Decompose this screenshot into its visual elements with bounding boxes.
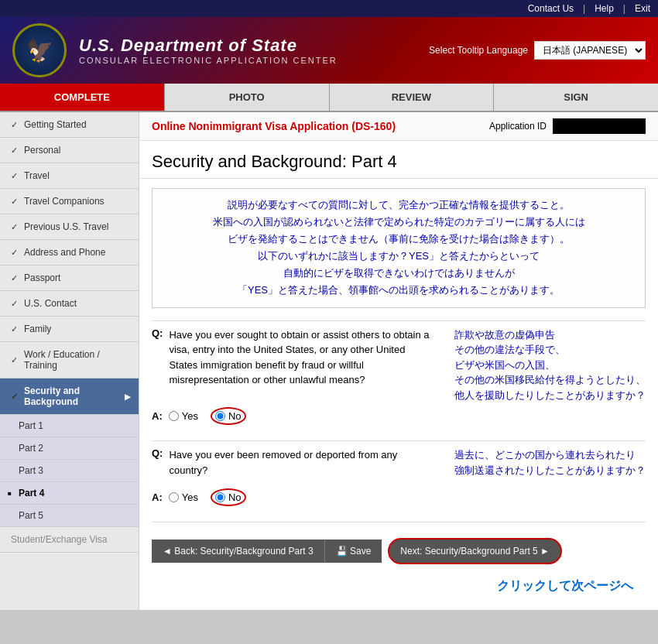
- notice-tooltip: 説明が必要なすべての質問に対して、完全かつ正確な情報を提供すること。 米国への入…: [163, 197, 634, 300]
- q1-row: Q: Have you ever sought to obtain or ass…: [152, 327, 646, 403]
- agency-logo: 🦅: [12, 23, 67, 77]
- separator2: |: [623, 3, 625, 14]
- dept-subtitle: CONSULAR ELECTRONIC APPLICATION CENTER: [79, 56, 416, 65]
- q1-answer-row: A: Yes No: [152, 407, 646, 425]
- notice-line5: 自動的にビザを取得できないわけではありませんが: [283, 267, 515, 279]
- sidebar-item-passport[interactable]: Passport: [0, 265, 139, 291]
- question-2-block: Q: Have you ever been removed or deporte…: [152, 447, 646, 506]
- notice-line2: 米国への入国が認められないと法律で定められた特定のカテゴリーに属する人には: [213, 216, 585, 228]
- sidebar-sub-menu: Part 1 Part 2 Part 3 Part 4 Part 5: [0, 415, 139, 527]
- sidebar-sub-part4[interactable]: Part 4: [0, 482, 139, 505]
- sidebar-sub-part1[interactable]: Part 1: [0, 415, 139, 437]
- q1-tooltip: 詐欺や故意の虚偽申告 その他の違法な手段で、 ビザや米国への入国、 その他の米国…: [454, 327, 646, 403]
- question-1-block: Q: Have you ever sought to obtain or ass…: [152, 327, 646, 426]
- tab-review[interactable]: REVIEW: [330, 84, 495, 111]
- sidebar-item-travel[interactable]: Travel: [0, 163, 139, 189]
- next-button[interactable]: Next: Security/Background Part 5 ►: [388, 538, 562, 564]
- q2-no-option[interactable]: No: [211, 488, 246, 506]
- sidebar-item-getting-started[interactable]: Getting Started: [0, 112, 139, 138]
- content-area: Online Nonimmigrant Visa Application (DS…: [139, 112, 658, 610]
- sidebar-item-personal[interactable]: Personal: [0, 138, 139, 163]
- tooltip-language-selector[interactable]: Select Tooltip Language 日本語 (JAPANESE) E…: [429, 41, 646, 60]
- q2-answer-row: A: Yes No: [152, 488, 646, 506]
- q2-no-label: No: [228, 492, 242, 503]
- page-title: Security and Background: Part 4: [139, 141, 658, 179]
- help-link[interactable]: Help: [595, 3, 614, 14]
- tab-complete[interactable]: COMPLETE: [0, 84, 165, 111]
- exit-link[interactable]: Exit: [635, 3, 650, 14]
- divider2: [152, 440, 646, 441]
- app-header: 🦅 U.S. Department of State CONSULAR ELEC…: [0, 17, 658, 84]
- back-button[interactable]: ◄ Back: Security/Background Part 3: [152, 540, 324, 563]
- q2-yes-option[interactable]: Yes: [169, 492, 198, 503]
- sidebar-item-security-background[interactable]: Security and Background: [0, 379, 139, 415]
- bottom-buttons: ◄ Back: Security/Background Part 3 💾 Sav…: [152, 538, 646, 564]
- q1-no-radio[interactable]: [215, 411, 225, 421]
- q1-no-label: No: [228, 410, 242, 422]
- sidebar-item-family[interactable]: Family: [0, 317, 139, 342]
- sidebar-item-travel-companions[interactable]: Travel Companions: [0, 189, 139, 214]
- divider3: [152, 522, 646, 522]
- sidebar-sub-part3[interactable]: Part 3: [0, 460, 139, 482]
- top-bar: Contact Us | Help | Exit: [0, 0, 658, 17]
- tab-sign[interactable]: SIGN: [494, 84, 658, 111]
- divider1: [152, 320, 646, 321]
- notice-line1: 説明が必要なすべての質問に対して、完全かつ正確な情報を提供すること。: [228, 199, 570, 211]
- q2-answer-label: A:: [152, 492, 163, 503]
- notice-line3: ビザを発給することはできません（事前に免除を受けた場合は除きます）。: [228, 233, 570, 245]
- sidebar-item-address-phone[interactable]: Address and Phone: [0, 240, 139, 265]
- application-title: Online Nonimmigrant Visa Application (DS…: [152, 120, 396, 132]
- q2-row: Q: Have you ever been removed or deporte…: [152, 447, 646, 484]
- tab-photo[interactable]: PHOTO: [165, 84, 330, 111]
- app-id-label: Application ID: [489, 121, 547, 132]
- q2-text-area: Q: Have you ever been removed or deporte…: [152, 447, 434, 484]
- sidebar-item-student-exchange: Student/Exchange Visa: [0, 527, 139, 553]
- content-body: 説明が必要なすべての質問に対して、完全かつ正確な情報を提供すること。 米国への入…: [139, 179, 658, 610]
- q2-radio-group[interactable]: Yes No: [169, 488, 246, 506]
- q2-question-row: Q: Have you ever been removed or deporte…: [152, 447, 434, 478]
- q1-question-row: Q: Have you ever sought to obtain or ass…: [152, 327, 434, 388]
- dept-name: U.S. Department of State: [79, 36, 416, 56]
- language-dropdown[interactable]: 日本語 (JAPANESE) English 中文 (CHINESE): [534, 41, 646, 60]
- save-button[interactable]: 💾 Save: [324, 540, 382, 563]
- notice-line6: 「YES」と答えた場合、領事館への出頭を求められることがあります。: [238, 284, 560, 296]
- contact-link[interactable]: Contact Us: [528, 3, 574, 14]
- notice-line4: 以下のいずれかに該当しますか？YES」と答えたからといって: [258, 250, 540, 262]
- q2-yes-label: Yes: [182, 492, 198, 503]
- app-id-value: [553, 118, 646, 134]
- tooltip-label: Select Tooltip Language: [429, 45, 528, 56]
- notice-box: 説明が必要なすべての質問に対して、完全かつ正確な情報を提供すること。 米国への入…: [152, 188, 646, 308]
- q2-yes-radio[interactable]: [169, 492, 179, 502]
- q1-text: Have you ever sought to obtain or assist…: [169, 327, 434, 388]
- sidebar-item-us-contact[interactable]: U.S. Contact: [0, 291, 139, 317]
- q2-text: Have you ever been removed or deported f…: [169, 447, 434, 478]
- sidebar-sub-part5[interactable]: Part 5: [0, 505, 139, 527]
- q1-label: Q:: [152, 327, 163, 339]
- q1-radio-group[interactable]: Yes No: [169, 407, 246, 425]
- q1-text-area: Q: Have you ever sought to obtain or ass…: [152, 327, 434, 403]
- separator1: |: [583, 3, 585, 14]
- agency-title: U.S. Department of State CONSULAR ELECTR…: [79, 36, 416, 65]
- sidebar-item-previous-us-travel[interactable]: Previous U.S. Travel: [0, 214, 139, 240]
- q1-yes-label: Yes: [182, 410, 198, 422]
- q1-answer-label: A:: [152, 410, 163, 422]
- main-layout: Getting Started Personal Travel Travel C…: [0, 112, 658, 610]
- q2-no-radio[interactable]: [215, 492, 225, 502]
- q2-label: Q:: [152, 447, 163, 459]
- q1-yes-radio[interactable]: [169, 411, 179, 421]
- sidebar: Getting Started Personal Travel Travel C…: [0, 112, 139, 610]
- q1-yes-option[interactable]: Yes: [169, 410, 198, 422]
- q1-no-option[interactable]: No: [211, 407, 246, 425]
- application-id-row: Application ID: [489, 118, 646, 134]
- sidebar-item-work-education[interactable]: Work / Education / Training: [0, 342, 139, 379]
- content-header: Online Nonimmigrant Visa Application (DS…: [139, 112, 658, 141]
- q2-tooltip: 過去に、どこかの国から連れ去られたり 強制送還されたりしたことがありますか？: [454, 447, 646, 484]
- click-hint: クリックして次ページへ: [152, 572, 646, 601]
- nav-tabs: COMPLETE PHOTO REVIEW SIGN: [0, 84, 658, 112]
- sidebar-sub-part2[interactable]: Part 2: [0, 437, 139, 460]
